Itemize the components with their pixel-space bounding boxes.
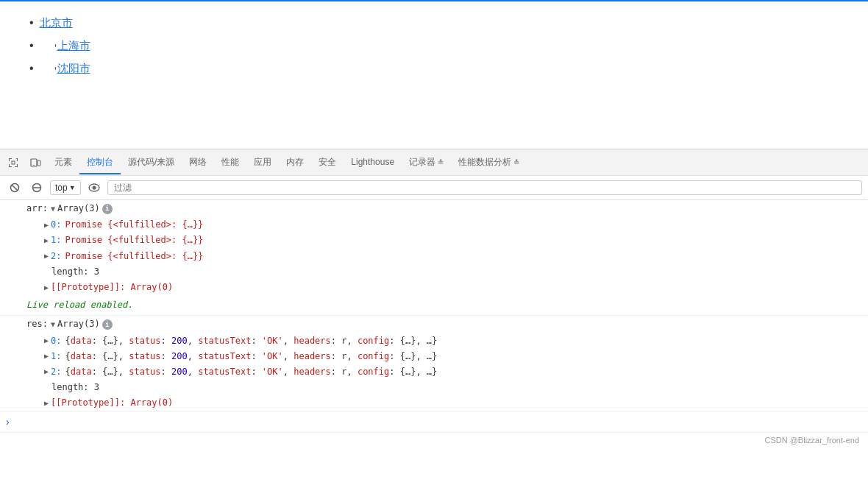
city-shenyang[interactable]: 沈阳市 [57, 62, 90, 76]
recorder-icon: ≛ [438, 158, 444, 166]
arr-item-0-expand-icon[interactable]: ▶ [44, 219, 49, 231]
eye-button[interactable] [85, 179, 103, 197]
arr-item-2-expand-icon[interactable]: ▶ [44, 250, 49, 262]
tab-security[interactable]: 安全 [311, 152, 344, 174]
clear-button[interactable] [6, 179, 24, 197]
arr-type: Array(3) [57, 202, 100, 216]
res-proto: ▶ [[Prototype]]: Array(0) [0, 395, 868, 411]
arr-item-1: ▶ 1: Promise {<fulfilled>: {…}} [0, 233, 868, 248]
res-item-1-index: 1: [51, 350, 61, 364]
tab-application[interactable]: 应用 [246, 152, 279, 174]
arr-header: arr: ▼ Array(3) i [0, 200, 868, 217]
tab-memory[interactable]: 内存 [279, 152, 311, 174]
filter-input[interactable] [107, 180, 862, 195]
res-item-2-expand-icon[interactable]: ▶ [44, 366, 49, 378]
arr-item-0: ▶ 0: Promise {<fulfilled>: {…}} [0, 217, 868, 233]
res-item-2-value: {data: {…}, status: 200, statusText: 'OK… [65, 365, 437, 379]
arr-proto: ▶ [[Prototype]]: Array(0) [0, 280, 868, 295]
arr-expand-icon[interactable]: ▼ [51, 203, 55, 215]
level-value: top [55, 183, 68, 193]
svg-point-9 [92, 186, 96, 190]
res-label: res: [26, 317, 48, 331]
watermark-text: CSDN @Blizzar_front-end [764, 436, 859, 445]
level-arrow-icon: ▼ [69, 184, 76, 191]
arr-item-1-index: 1: [51, 233, 61, 247]
arr-info-badge: i [102, 204, 113, 214]
devtools-tab-bar: 元素 控制台 源代码/来源 网络 性能 应用 内存 安全 Lighthouse … [0, 149, 868, 176]
res-length: length: 3 [0, 380, 868, 395]
res-item-0-expand-icon[interactable]: ▶ [44, 335, 49, 347]
block-button[interactable] [28, 179, 46, 197]
content-area: 北京市 , 上海市 , 沈阳市 [0, 1, 868, 149]
arr-item-2-value: Promise {<fulfilled>: {…}} [65, 250, 203, 264]
res-proto-text: [[Prototype]]: Array(0) [51, 396, 173, 410]
list-item: , 沈阳市 [29, 62, 839, 76]
arr-proto-text: [[Prototype]]: Array(0) [51, 280, 173, 294]
res-item-0-index: 0: [51, 334, 61, 348]
res-info-badge: i [102, 319, 113, 330]
tab-sources[interactable]: 源代码/来源 [121, 152, 182, 174]
devtools-panel: 元素 控制台 源代码/来源 网络 性能 应用 内存 安全 Lighthouse … [0, 149, 868, 448]
city-list: 北京市 , 上海市 , 沈阳市 [29, 16, 839, 76]
tab-recorder[interactable]: 记录器 ≛ [402, 152, 451, 174]
svg-line-5 [13, 185, 18, 191]
perf-insights-icon: ≛ [513, 158, 519, 166]
tab-network[interactable]: 网络 [182, 152, 214, 174]
arr-length: length: 3 [0, 264, 868, 280]
svg-rect-0 [12, 161, 15, 164]
device-icon[interactable] [25, 152, 46, 173]
tab-console[interactable]: 控制台 [79, 152, 121, 174]
arr-item-0-value: Promise {<fulfilled>: {…}} [65, 218, 203, 232]
res-item-2: ▶ 2: {data: {…}, status: 200, statusText… [0, 364, 868, 380]
arr-item-0-index: 0: [51, 218, 61, 232]
console-toolbar: top ▼ [0, 176, 868, 200]
tab-elements[interactable]: 元素 [47, 152, 79, 174]
watermark: CSDN @Blizzar_front-end [0, 432, 868, 448]
console-output: arr: ▼ Array(3) i ▶ 0: Promise {<fulfill… [0, 200, 868, 411]
tab-lighthouse[interactable]: Lighthouse [344, 152, 402, 173]
res-type: Array(3) [57, 317, 100, 331]
res-item-2-index: 2: [51, 365, 61, 379]
res-item-0-value: {data: {…}, status: 200, statusText: 'OK… [65, 334, 437, 348]
res-expand-icon[interactable]: ▼ [51, 319, 55, 330]
inspect-icon[interactable] [3, 152, 24, 173]
arr-item-1-expand-icon[interactable]: ▶ [44, 235, 49, 247]
prompt-line: › [0, 411, 868, 432]
city-shanghai[interactable]: 上海市 [57, 39, 90, 53]
res-item-1-value: {data: {…}, status: 200, statusText: 'OK… [65, 350, 437, 364]
arr-item-2: ▶ 2: Promise {<fulfilled>: {…}} [0, 249, 868, 264]
list-item: , 上海市 [29, 39, 839, 53]
city-beijing[interactable]: 北京市 [40, 16, 73, 30]
level-selector[interactable]: top ▼ [50, 180, 81, 195]
live-reload-message: Live reload enabled. [0, 295, 868, 316]
svg-rect-2 [38, 160, 40, 166]
arr-label: arr: [26, 202, 48, 216]
arr-item-1-value: Promise {<fulfilled>: {…}} [65, 233, 203, 247]
list-item: 北京市 [29, 16, 839, 30]
prompt-arrow-icon: › [6, 416, 10, 428]
svg-point-3 [33, 164, 34, 165]
res-item-1: ▶ 1: {data: {…}, status: 200, statusText… [0, 349, 868, 364]
tab-performance[interactable]: 性能 [214, 152, 246, 174]
tab-perf-insights[interactable]: 性能数据分析 ≛ [451, 152, 527, 174]
res-item-1-expand-icon[interactable]: ▶ [44, 350, 49, 362]
arr-proto-expand-icon[interactable]: ▶ [44, 282, 49, 294]
res-item-0: ▶ 0: {data: {…}, status: 200, statusText… [0, 333, 868, 349]
res-header: res: ▼ Array(3) i [0, 316, 868, 333]
arr-item-2-index: 2: [51, 250, 61, 264]
res-proto-expand-icon[interactable]: ▶ [44, 397, 49, 409]
